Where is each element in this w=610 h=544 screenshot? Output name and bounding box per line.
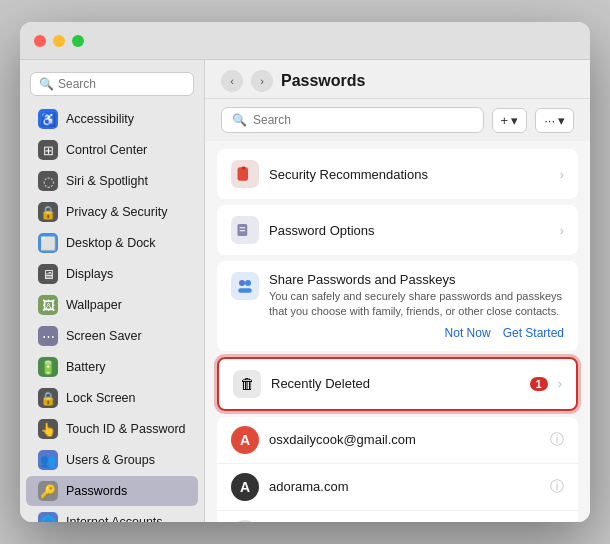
desktop-dock-icon: ⬜ [38, 233, 58, 253]
users-groups-icon: 👥 [38, 450, 58, 470]
sidebar-label-accounts: Internet Accounts [66, 515, 163, 522]
sidebar-label-touch-id: Touch ID & Password [66, 422, 186, 436]
entry-avatar-osxdaily: A [231, 426, 259, 454]
share-section-actions: Not Now Get Started [231, 326, 564, 340]
main-toolbar: 🔍 + ▾ ··· ▾ [205, 99, 590, 141]
get-started-button[interactable]: Get Started [503, 326, 564, 340]
entry-label-osxdaily: osxdailycook@gmail.com [269, 432, 540, 447]
add-button[interactable]: + ▾ [492, 108, 528, 133]
svg-rect-7 [238, 288, 252, 293]
sidebar-item-users-groups[interactable]: 👥 Users & Groups [26, 445, 198, 475]
recently-deleted-row[interactable]: 🗑 Recently Deleted 1 › [217, 357, 578, 411]
svg-rect-2 [238, 224, 248, 236]
password-entries-list: A osxdailycook@gmail.com ⓘ A adorama.com… [217, 417, 578, 522]
sidebar-label-screen-saver: Screen Saver [66, 329, 142, 343]
sidebar-item-accessibility[interactable]: ♿ Accessibility [26, 104, 198, 134]
sidebar-item-control-center[interactable]: ⊞ Control Center [26, 135, 198, 165]
sidebar-search[interactable]: 🔍 [30, 72, 194, 96]
sidebar-item-screen-saver[interactable]: ⋯ Screen Saver [26, 321, 198, 351]
main-window: 🔍 ♿ Accessibility ⊞ Control Center ◌ Sir… [20, 22, 590, 522]
sidebar-item-battery[interactable]: 🔋 Battery [26, 352, 198, 382]
displays-icon: 🖥 [38, 264, 58, 284]
svg-point-5 [239, 280, 245, 286]
entry-label-adorama: adorama.com [269, 479, 540, 494]
security-rec-title: Security Recommendations [269, 167, 550, 182]
info-icon-adorama[interactable]: ⓘ [550, 478, 564, 496]
touch-id-icon: 👆 [38, 419, 58, 439]
more-button[interactable]: ··· ▾ [535, 108, 574, 133]
back-button[interactable]: ‹ [221, 70, 243, 92]
security-recommendations-row[interactable]: Security Recommendations › [217, 149, 578, 199]
recently-deleted-title: Recently Deleted [271, 376, 520, 391]
sidebar-label-passwords: Passwords [66, 484, 127, 498]
security-rec-icon [231, 160, 259, 188]
close-button[interactable] [34, 35, 46, 47]
sidebar-item-passwords[interactable]: 🔑 Passwords [26, 476, 198, 506]
info-icon-osxdaily[interactable]: ⓘ [550, 431, 564, 449]
recently-deleted-badge: 1 [530, 377, 548, 391]
share-passwords-title: Share Passwords and Passkeys [269, 272, 564, 287]
security-rec-chevron: › [560, 167, 564, 182]
accessibility-icon: ♿ [38, 109, 58, 129]
accounts-icon: 🌐 [38, 512, 58, 522]
share-passwords-icon [231, 272, 259, 300]
sidebar-label-displays: Displays [66, 267, 113, 281]
sidebar-item-accounts[interactable]: 🌐 Internet Accounts [26, 507, 198, 522]
password-entry-osxdaily[interactable]: A osxdailycook@gmail.com ⓘ [217, 417, 578, 464]
password-options-icon [231, 216, 259, 244]
maximize-button[interactable] [72, 35, 84, 47]
main-search-bar[interactable]: 🔍 [221, 107, 484, 133]
main-panel: ‹ › Passwords 🔍 + ▾ ··· ▾ [205, 60, 590, 522]
screensaver-icon: ⋯ [38, 326, 58, 346]
wallpaper-icon: 🖼 [38, 295, 58, 315]
password-options-content: Password Options [269, 223, 550, 238]
forward-button[interactable]: › [251, 70, 273, 92]
svg-point-6 [245, 280, 251, 286]
main-header: ‹ › Passwords [205, 60, 590, 99]
minimize-button[interactable] [53, 35, 65, 47]
sidebar-item-privacy[interactable]: 🔒 Privacy & Security [26, 197, 198, 227]
add-chevron-icon: ▾ [511, 113, 518, 128]
security-rec-content: Security Recommendations [269, 167, 550, 182]
password-entry-empty-1: ⓘ [217, 511, 578, 522]
not-now-button[interactable]: Not Now [445, 326, 491, 340]
page-title: Passwords [281, 72, 574, 90]
sidebar-item-displays[interactable]: 🖥 Displays [26, 259, 198, 289]
sidebar-label-wallpaper: Wallpaper [66, 298, 122, 312]
password-options-chevron: › [560, 223, 564, 238]
more-icon: ··· [544, 113, 555, 128]
window-content: 🔍 ♿ Accessibility ⊞ Control Center ◌ Sir… [20, 60, 590, 522]
sidebar-item-desktop-dock[interactable]: ⬜ Desktop & Dock [26, 228, 198, 258]
sidebar-label-users-groups: Users & Groups [66, 453, 155, 467]
sidebar-item-touch-id[interactable]: 👆 Touch ID & Password [26, 414, 198, 444]
sidebar-item-wallpaper[interactable]: 🖼 Wallpaper [26, 290, 198, 320]
entry-avatar-adorama: A [231, 473, 259, 501]
svg-rect-1 [242, 167, 245, 170]
search-icon: 🔍 [39, 77, 54, 91]
passwords-icon: 🔑 [38, 481, 58, 501]
traffic-lights [34, 35, 84, 47]
control-center-icon: ⊞ [38, 140, 58, 160]
add-icon: + [501, 113, 509, 128]
share-section-text: Share Passwords and Passkeys You can saf… [269, 272, 564, 320]
password-entry-adorama[interactable]: A adorama.com ⓘ [217, 464, 578, 511]
more-chevron-icon: ▾ [558, 113, 565, 128]
password-options-row[interactable]: Password Options › [217, 205, 578, 255]
main-search-input[interactable] [253, 113, 473, 127]
main-content: Security Recommendations › Password [205, 141, 590, 522]
sidebar-label-privacy: Privacy & Security [66, 205, 167, 219]
sidebar-label-control-center: Control Center [66, 143, 147, 157]
sidebar-item-lock-screen[interactable]: 🔒 Lock Screen [26, 383, 198, 413]
sidebar-search-input[interactable] [58, 77, 185, 91]
battery-icon: 🔋 [38, 357, 58, 377]
password-options-title: Password Options [269, 223, 550, 238]
sidebar-item-siri-spotlight[interactable]: ◌ Siri & Spotlight [26, 166, 198, 196]
sidebar: 🔍 ♿ Accessibility ⊞ Control Center ◌ Sir… [20, 60, 205, 522]
sidebar-label-lock-screen: Lock Screen [66, 391, 135, 405]
sidebar-label-desktop-dock: Desktop & Dock [66, 236, 156, 250]
sidebar-label-battery: Battery [66, 360, 106, 374]
empty-avatar-1 [231, 520, 259, 522]
siri-icon: ◌ [38, 171, 58, 191]
share-section-top: Share Passwords and Passkeys You can saf… [231, 272, 564, 320]
share-passwords-section: Share Passwords and Passkeys You can saf… [217, 261, 578, 351]
